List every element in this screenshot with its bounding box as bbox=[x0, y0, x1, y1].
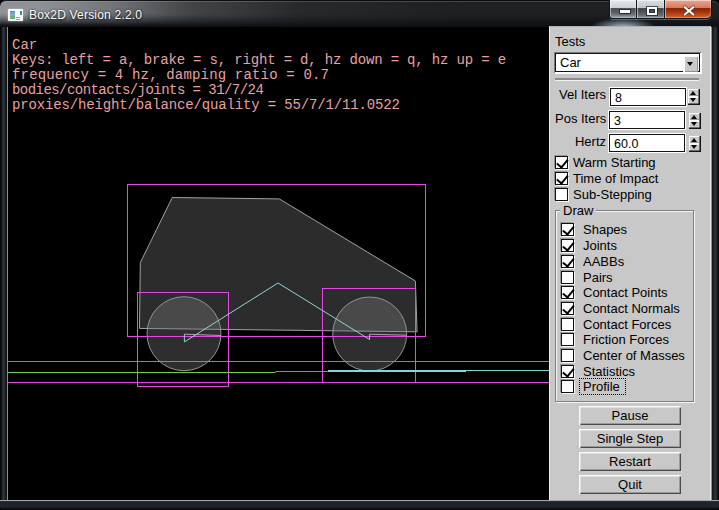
svg-text:Car: Car bbox=[12, 37, 37, 53]
svg-text:proxies/height/balance/quality: proxies/height/balance/quality = 55/7/1/… bbox=[12, 97, 400, 113]
svg-text:bodies/contacts/joints = 31/7/: bodies/contacts/joints = 31/7/24 bbox=[12, 82, 263, 98]
svg-text:Keys: left = a, brake = s, rig: Keys: left = a, brake = s, right = d, hz… bbox=[12, 52, 506, 68]
svg-text:frequency = 4 hz, damping rati: frequency = 4 hz, damping ratio = 0.7 bbox=[12, 67, 329, 83]
